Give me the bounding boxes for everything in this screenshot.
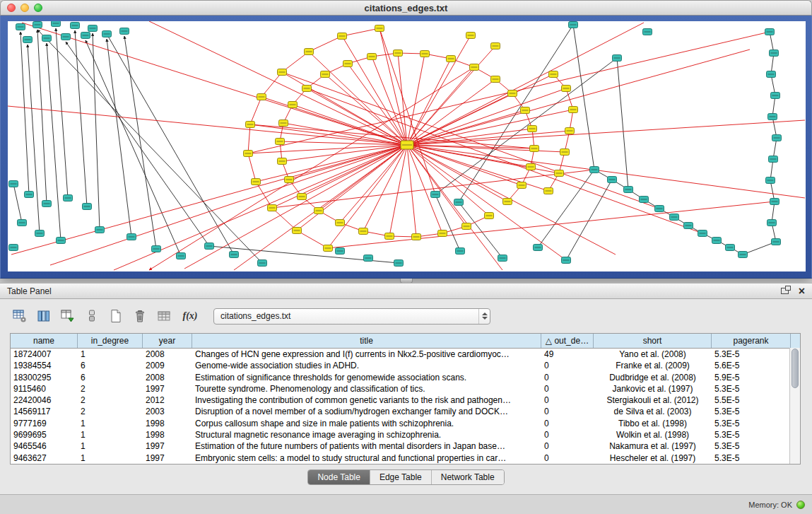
- graph-node[interactable]: [152, 246, 161, 252]
- column-header-name[interactable]: name: [11, 334, 78, 348]
- table-selector-dropdown[interactable]: citations_edges.txt: [213, 308, 490, 325]
- graph-node[interactable]: [120, 28, 129, 35]
- graph-node[interactable]: [491, 76, 500, 83]
- new-table-icon[interactable]: [106, 307, 126, 325]
- graph-node[interactable]: [279, 120, 288, 127]
- graph-node[interactable]: [555, 170, 564, 177]
- graph-node[interactable]: [385, 233, 394, 240]
- graph-edge[interactable]: [107, 34, 234, 255]
- table-row[interactable]: 977716911998Corpus callosum shape and si…: [11, 418, 791, 429]
- graph-node[interactable]: [127, 234, 136, 240]
- graph-edge[interactable]: [743, 242, 776, 255]
- graph-node[interactable]: [503, 199, 512, 205]
- graph-edge[interactable]: [93, 33, 100, 230]
- graph-edge[interactable]: [22, 23, 407, 145]
- graph-node[interactable]: [324, 245, 333, 252]
- graph-node[interactable]: [470, 64, 479, 71]
- graph-node[interactable]: [643, 29, 652, 35]
- graph-edge[interactable]: [75, 30, 87, 206]
- graph-edge[interactable]: [297, 145, 407, 230]
- graph-node[interactable]: [102, 31, 112, 37]
- table-vertical-scrollbar[interactable]: [789, 348, 800, 464]
- table-row[interactable]: 1456911722003Disruption of a novel membe…: [11, 406, 791, 417]
- graph-node[interactable]: [244, 151, 253, 157]
- graph-node[interactable]: [565, 128, 575, 134]
- graph-edge[interactable]: [149, 21, 407, 145]
- close-panel-icon[interactable]: ×: [799, 286, 805, 296]
- graph-edge[interactable]: [407, 145, 522, 185]
- table-row[interactable]: 1872400712008Changes of HCN gene express…: [11, 349, 791, 360]
- graph-node[interactable]: [624, 187, 633, 193]
- graph-node[interactable]: [590, 167, 599, 173]
- graph-edge[interactable]: [407, 145, 566, 260]
- table-row[interactable]: 946362711997Embryonic stem cells: a mode…: [11, 452, 791, 464]
- graph-node[interactable]: [431, 192, 440, 198]
- graph-edge[interactable]: [407, 145, 442, 233]
- graph-node[interactable]: [9, 245, 18, 251]
- graph-node[interactable]: [528, 126, 537, 132]
- graph-node[interactable]: [9, 181, 18, 187]
- graph-node[interactable]: [765, 29, 775, 35]
- graph-node[interactable]: [608, 177, 617, 183]
- graph-node[interactable]: [772, 135, 782, 141]
- table-row[interactable]: 946554611997Estimation of the future num…: [11, 440, 791, 452]
- graph-node[interactable]: [71, 23, 80, 29]
- scrollbar-thumb[interactable]: [792, 349, 799, 388]
- graph-node[interactable]: [456, 248, 465, 255]
- graph-node[interactable]: [462, 223, 471, 230]
- graph-node[interactable]: [466, 33, 476, 39]
- graph-node[interactable]: [712, 238, 722, 244]
- graph-edge[interactable]: [37, 30, 47, 204]
- table-row[interactable]: 1938455462009Genome-wide association stu…: [11, 360, 791, 371]
- graph-node[interactable]: [293, 228, 302, 234]
- column-header-in-degree[interactable]: in_degree: [78, 334, 143, 348]
- graph-node[interactable]: [613, 55, 622, 62]
- graph-node[interactable]: [770, 50, 779, 57]
- network-canvas[interactable]: [8, 21, 806, 271]
- graph-node[interactable]: [655, 206, 664, 212]
- graph-node[interactable]: [314, 208, 324, 214]
- import-table-icon[interactable]: [154, 307, 174, 325]
- column-header-out-de[interactable]: △ out_de…: [541, 334, 594, 348]
- table-row[interactable]: 1830029562008Estimation of significance …: [11, 372, 791, 383]
- float-window-icon[interactable]: [781, 288, 789, 294]
- graph-node[interactable]: [81, 33, 90, 39]
- graph-edge[interactable]: [28, 45, 40, 233]
- graph-node[interactable]: [544, 188, 553, 194]
- graph-node[interactable]: [768, 114, 777, 120]
- graph-node[interactable]: [42, 201, 52, 207]
- window-titlebar[interactable]: citations_edges.txt: [0, 0, 812, 16]
- column-header-short[interactable]: short: [594, 334, 712, 348]
- table-settings-icon[interactable]: [10, 307, 30, 325]
- graph-node[interactable]: [252, 179, 261, 185]
- graph-edge[interactable]: [56, 28, 68, 198]
- graph-edge[interactable]: [407, 145, 507, 201]
- graph-node[interactable]: [359, 228, 368, 235]
- graph-node[interactable]: [670, 214, 679, 221]
- graph-edge[interactable]: [47, 43, 61, 240]
- graph-node[interactable]: [766, 177, 775, 184]
- graph-node[interactable]: [772, 239, 781, 245]
- graph-node[interactable]: [64, 195, 73, 201]
- graph-node[interactable]: [401, 141, 413, 149]
- graph-node[interactable]: [95, 227, 105, 233]
- graph-node[interactable]: [18, 220, 27, 226]
- column-header-title[interactable]: title: [192, 334, 541, 348]
- graph-node[interactable]: [343, 61, 353, 67]
- graph-node[interactable]: [25, 192, 34, 198]
- graph-node[interactable]: [177, 253, 186, 259]
- table-row[interactable]: 2242004622012Investigating the contribut…: [11, 395, 791, 406]
- graph-node[interactable]: [562, 257, 571, 264]
- graph-node[interactable]: [88, 25, 98, 32]
- graph-node[interactable]: [302, 86, 312, 92]
- graph-edge[interactable]: [66, 42, 209, 246]
- graph-node[interactable]: [305, 49, 314, 55]
- graph-node[interactable]: [521, 107, 530, 114]
- graph-node[interactable]: [285, 177, 294, 183]
- graph-node[interactable]: [230, 252, 239, 258]
- graph-node[interactable]: [246, 122, 255, 128]
- graph-node[interactable]: [336, 220, 345, 226]
- graph-edge[interactable]: [8, 106, 407, 145]
- graph-node[interactable]: [394, 50, 403, 57]
- graph-edge[interactable]: [20, 32, 29, 194]
